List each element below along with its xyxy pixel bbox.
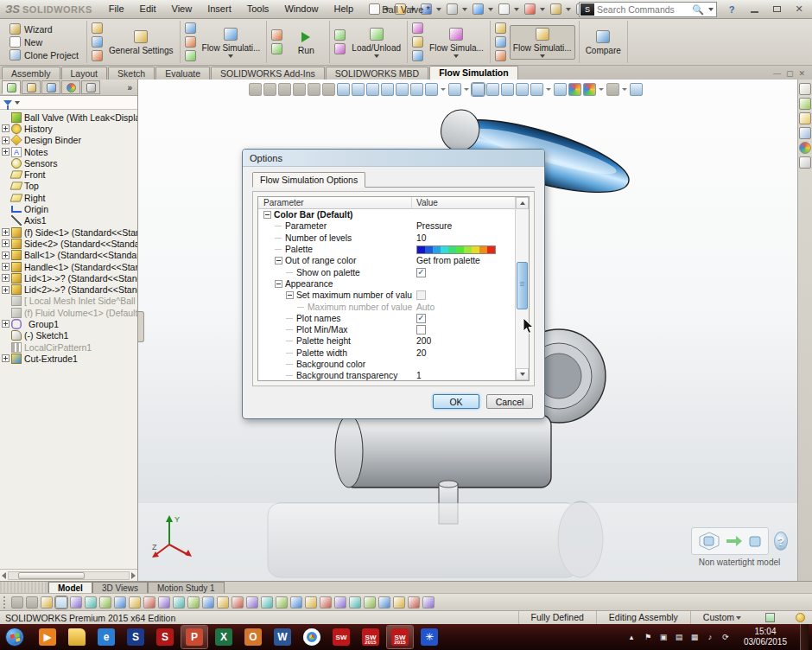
wizard-button[interactable]: Wizard [7,22,81,35]
goal-plot-icon[interactable] [495,36,506,48]
option-row[interactable]: ParameterPressure [258,220,515,232]
fluid-subdomain-icon[interactable] [92,36,103,48]
checkbox[interactable]: ✓ [416,268,426,277]
section-view-icon[interactable] [554,83,567,96]
quick-snaps-icon[interactable] [393,596,405,609]
tab-flow-simulation[interactable]: Flow Simulation [429,66,518,80]
print-icon[interactable] [444,2,460,17]
linear-pattern-icon[interactable] [261,596,273,609]
tree-item[interactable]: Handle<1> (Standard<<Standar [2,261,137,272]
hidden-lines-visible-icon[interactable] [501,83,514,96]
rebuild-traffic-icon[interactable] [522,2,537,17]
property-manager-tab[interactable] [22,80,41,94]
tab-layout[interactable]: Layout [61,67,108,80]
option-value[interactable]: 20 [416,348,426,358]
excel-taskbar-button[interactable]: X [211,626,237,648]
panel-splitter-tab[interactable] [138,311,144,342]
chamfer-icon[interactable] [334,596,346,609]
scroll-right-icon[interactable] [131,572,136,579]
view-settings-caret-icon[interactable] [622,88,627,91]
polygon-icon[interactable] [173,596,185,609]
trim-entities-icon[interactable] [276,596,288,609]
doc-tab-motion-study-1[interactable]: Motion Study 1 [148,582,225,593]
tree-item[interactable]: (f) Side<1> (Standard<<Standard [2,226,137,238]
view-orientation-caret-icon[interactable] [441,88,446,91]
solidworks-blue-taskbar-button[interactable]: S [123,626,149,648]
custom-properties-icon[interactable] [799,127,811,139]
internet-explorer-taskbar-button[interactable]: e [93,626,119,648]
general-settings-button[interactable]: General Settings [106,29,176,56]
magnet-gray-icon[interactable] [26,596,38,609]
tree-horizontal-scrollbar[interactable] [0,569,137,581]
expand-plus-icon[interactable] [2,124,10,132]
scrollbar-thumb[interactable] [517,262,528,309]
mirror-entities-icon[interactable] [246,596,258,609]
solidworks-red-taskbar-button[interactable]: S [152,626,178,648]
tab-sketch[interactable]: Sketch [108,67,155,80]
run-play-button[interactable]: Run [286,29,326,56]
select-arrow-icon[interactable] [55,596,67,609]
rebuild-traffic-caret-icon[interactable] [540,8,545,11]
option-row[interactable]: Background color [258,359,515,370]
help-bubble-icon[interactable]: ? [774,532,788,551]
expand-plus-icon[interactable] [2,320,10,328]
filter-gray-icon[interactable] [11,596,23,609]
tab-solidworks-add-ins[interactable]: SOLIDWORKS Add-Ins [211,67,325,80]
word-taskbar-button[interactable]: W [270,626,295,648]
tab-solidworks-mbd[interactable]: SOLIDWORKS MBD [326,67,428,80]
option-value[interactable]: Auto [416,303,435,312]
zoom-in-out-icon[interactable] [381,83,394,96]
forum-icon[interactable] [799,156,811,169]
action-flag-icon[interactable]: ⚑ [643,632,653,642]
tree-item[interactable]: Group1 [2,318,137,329]
option-row[interactable]: Palette height200 [258,335,515,347]
new-document-icon[interactable] [366,2,382,17]
menu-edit[interactable]: Edit [132,0,164,18]
design-library-icon[interactable] [799,98,811,110]
tree-item[interactable]: (f) Fluid Volume<1> (Default) [2,307,137,318]
centerline-icon[interactable] [217,596,229,609]
windows-explorer-taskbar-button[interactable] [64,626,90,648]
ok-button[interactable]: OK [433,394,479,409]
option-value[interactable]: Get from palette [416,256,480,265]
compare-chart-button[interactable]: Compare [583,29,624,56]
windows-media-player-taskbar-button[interactable]: ▶ [35,626,60,648]
undo-icon[interactable] [470,2,485,17]
configuration-manager-tab[interactable] [41,80,60,94]
view-orientation-icon[interactable] [425,83,438,96]
windows-update-icon[interactable]: ▣ [658,632,669,642]
shaded-icon[interactable] [486,83,499,96]
save-icon[interactable] [418,2,434,17]
search-icon[interactable]: 🔍 [692,4,706,16]
tree-root-item[interactable]: Ball Valve (With Leak<Display State- [2,112,137,123]
close-button[interactable]: ✕ [790,3,809,16]
open-caret-icon[interactable] [410,8,416,11]
menu-file[interactable]: File [101,0,132,18]
save-results-icon[interactable] [334,43,346,54]
volume-icon[interactable]: ♪ [705,632,715,642]
arc-icon[interactable] [143,596,155,609]
search-scope-icon[interactable]: S [580,3,594,16]
tree-scroll-track[interactable] [8,571,130,580]
point-icon[interactable] [202,596,214,609]
view-settings-icon[interactable] [606,83,619,96]
wireframe-icon[interactable] [516,83,529,96]
palette-preview[interactable] [416,245,496,254]
surface-plot-icon[interactable] [412,36,423,48]
menu-help[interactable]: Help [327,0,362,18]
menu-insert[interactable]: Insert [200,0,239,18]
option-row[interactable]: Out of range colorGet from palette [258,255,515,266]
solidworks-2015-a-taskbar-button[interactable]: SW2015 [358,626,384,648]
more-tabs-icon[interactable]: » [127,83,137,92]
zoom-fit-icon[interactable] [352,83,365,96]
expand-plus-icon[interactable] [2,228,10,236]
file-explorer-icon[interactable] [799,112,811,124]
report-word-icon[interactable] [495,50,506,61]
search-dropdown-caret[interactable] [708,8,714,11]
doc-tab-model[interactable]: Model [48,582,92,593]
start-button[interactable] [0,624,29,650]
filter-icon[interactable] [3,100,12,105]
collapse-icon[interactable] [275,257,282,264]
mesh-settings-icon[interactable] [185,36,196,48]
instant-2d-icon[interactable] [422,596,435,609]
